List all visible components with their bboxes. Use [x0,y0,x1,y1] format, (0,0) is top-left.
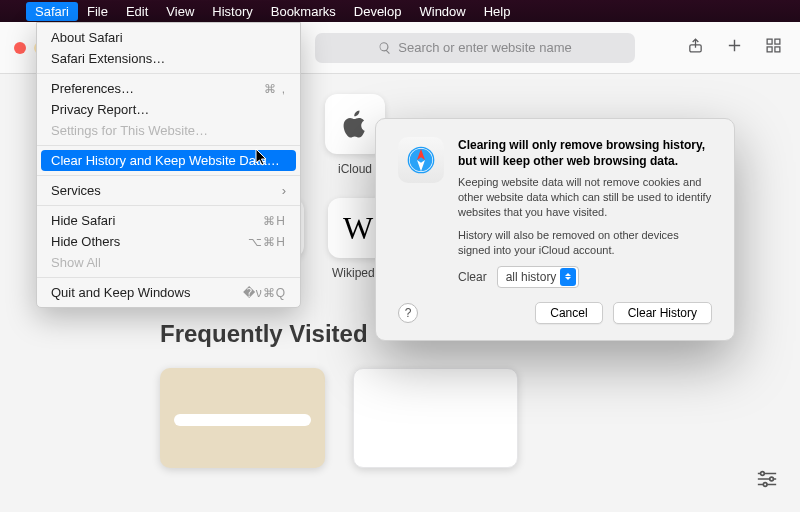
search-icon [378,41,392,55]
menu-item-hide-others[interactable]: Hide Others⌥⌘H [37,231,300,252]
frequent-thumbnail-1[interactable] [160,368,325,468]
menu-view[interactable]: View [157,2,203,21]
svg-rect-2 [775,39,780,44]
svg-point-10 [770,477,774,481]
dialog-headline: Clearing will only remove browsing histo… [458,137,712,169]
menu-window[interactable]: Window [410,2,474,21]
dialog-paragraph-1: Keeping website data will not remove coo… [458,175,712,220]
wikipedia-icon: W [343,210,373,247]
search-placeholder: Search or enter website name [398,40,571,55]
menu-item-services[interactable]: Services› [37,180,300,201]
menu-develop[interactable]: Develop [345,2,411,21]
cancel-button[interactable]: Cancel [535,302,602,324]
customize-icon[interactable] [756,468,778,494]
svg-rect-4 [775,46,780,51]
menubar: Safari File Edit View History Bookmarks … [0,0,800,22]
svg-point-11 [763,483,767,487]
svg-point-9 [761,472,765,476]
menu-item-quit[interactable]: Quit and Keep Windows�ν⌘Q [37,282,300,303]
frequent-thumbnail-2[interactable] [353,368,518,468]
address-search-field[interactable]: Search or enter website name [315,33,635,63]
safari-menu-dropdown: About Safari Safari Extensions… Preferen… [36,22,301,308]
menu-item-clear-history[interactable]: Clear History and Keep Website Data… [41,150,296,171]
select-stepper-icon [560,268,576,286]
menu-item-hide-safari[interactable]: Hide Safari⌘H [37,210,300,231]
close-window-button[interactable] [14,42,26,54]
help-button[interactable]: ? [398,303,418,323]
share-icon[interactable] [687,37,704,59]
menu-item-preferences[interactable]: Preferences…⌘ , [37,78,300,99]
chevron-right-icon: › [282,183,286,198]
menu-safari[interactable]: Safari [26,2,78,21]
menu-file[interactable]: File [78,2,117,21]
menu-item-show-all: Show All [37,252,300,273]
dialog-paragraph-2: History will also be removed on other de… [458,228,712,258]
clear-history-button[interactable]: Clear History [613,302,712,324]
menu-item-about[interactable]: About Safari [37,27,300,48]
clear-range-select[interactable]: all history [497,266,580,288]
safari-app-icon [398,137,444,183]
menu-item-extensions[interactable]: Safari Extensions… [37,48,300,69]
menu-edit[interactable]: Edit [117,2,157,21]
clear-history-dialog: Clearing will only remove browsing histo… [375,118,735,341]
menu-item-privacy-report[interactable]: Privacy Report… [37,99,300,120]
svg-rect-3 [767,46,772,51]
new-tab-icon[interactable] [726,37,743,59]
menu-item-settings-site: Settings for This Website… [37,120,300,141]
menu-history[interactable]: History [203,2,261,21]
clear-label: Clear [458,269,487,285]
svg-rect-1 [767,39,772,44]
menu-help[interactable]: Help [475,2,520,21]
apple-icon [338,107,372,141]
tab-overview-icon[interactable] [765,37,782,59]
dialog-body: Clearing will only remove browsing histo… [458,137,712,288]
menu-bookmarks[interactable]: Bookmarks [262,2,345,21]
